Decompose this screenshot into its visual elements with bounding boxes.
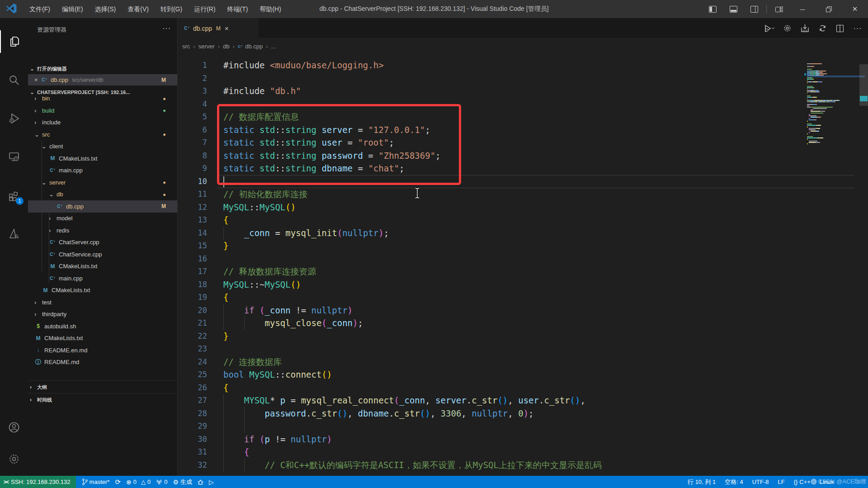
toggle-sidebar-icon[interactable]	[702, 0, 723, 18]
open-editors-section[interactable]: ⌄打开的编辑器	[28, 63, 177, 74]
tree-item-cmakelists-txt[interactable]: MCMakeLists.txt	[28, 332, 178, 344]
tree-item-model[interactable]: ›model	[28, 212, 178, 224]
close-editor-icon[interactable]: ×	[34, 76, 41, 83]
minimize-button[interactable]: ─	[789, 0, 816, 18]
timeline-section[interactable]: ›时间线	[28, 394, 177, 405]
menu-t[interactable]: 终端(T)	[222, 0, 254, 18]
outline-section[interactable]: ›大纲	[28, 382, 177, 393]
code-line[interactable]: 20 if (_conn != nullptr)	[178, 304, 868, 317]
breadcrumb-item-dbcpp[interactable]: db.cpp	[245, 43, 263, 50]
eol-indicator[interactable]: LF	[775, 479, 787, 485]
code-line[interactable]: 31 {	[178, 445, 868, 459]
tree-item-thirdparty[interactable]: ›thirdparty	[28, 308, 178, 320]
search-icon[interactable]	[0, 69, 28, 91]
run-or-debug-button[interactable]	[763, 22, 776, 35]
sync-status-icon[interactable]: ⟳	[112, 478, 123, 486]
account-icon[interactable]	[0, 416, 28, 439]
sync-changes-icon[interactable]	[816, 22, 829, 35]
menu-h[interactable]: 帮助(H)	[254, 0, 287, 18]
code-line[interactable]: 13{	[178, 213, 868, 227]
close-button[interactable]: ✕	[842, 0, 868, 18]
code-editor[interactable]: 1#include <muduo/base/Logging.h>23#inclu…	[178, 54, 868, 476]
breadcrumb[interactable]: src›server›db›C⁺db.cpp›...	[178, 38, 868, 54]
toggle-panel-icon[interactable]	[723, 0, 744, 18]
tree-item-server[interactable]: ⌄server●	[28, 176, 178, 189]
cmake-tools-icon[interactable]	[0, 223, 28, 245]
tree-item-cmakelists-txt[interactable]: MCMakeLists.txt	[28, 284, 178, 296]
git-branch-item[interactable]: master*	[80, 479, 113, 485]
code-line[interactable]: 30 if (p != nullptr)	[178, 433, 868, 446]
breadcrumb-item-[interactable]: ...	[271, 43, 276, 50]
code-line[interactable]: 24// 连接数据库	[178, 355, 868, 369]
toggle-secondary-sidebar-icon[interactable]	[744, 0, 764, 18]
code-line[interactable]: 11// 初始化数据库连接	[178, 188, 868, 201]
language-indicator[interactable]: {}C++	[791, 479, 813, 485]
breadcrumb-item-src[interactable]: src	[182, 43, 190, 50]
code-line[interactable]: 19{	[178, 291, 868, 304]
tree-item-cmakelists-txt[interactable]: MCMakeLists.txt	[28, 260, 178, 272]
code-line[interactable]: 25bool MySQL::connect()	[178, 368, 868, 381]
code-line[interactable]: 22}	[178, 330, 868, 343]
code-line[interactable]: 15}	[178, 239, 868, 252]
open-editor-item[interactable]: × C⁺ db.cpp src/server/db M	[28, 74, 178, 85]
cmake-build-button[interactable]: ⚙生成	[170, 478, 195, 486]
remote-indicator[interactable]: >< SSH: 192.168.230.132	[0, 476, 76, 488]
encoding-indicator[interactable]: UTF-8	[750, 479, 772, 485]
code-line[interactable]: 21 mysql_close(_conn);	[178, 317, 868, 330]
code-line[interactable]: 12MySQL::MySQL()	[178, 201, 868, 214]
menu-r[interactable]: 运行(R)	[188, 0, 221, 18]
code-line[interactable]: 17// 释放数据库连接资源	[178, 265, 868, 278]
menu-s[interactable]: 选择(S)	[89, 0, 122, 18]
tab-close-icon[interactable]: ×	[225, 24, 229, 32]
menu-e[interactable]: 编辑(E)	[56, 0, 89, 18]
code-line[interactable]: 18MySQL::~MySQL()	[178, 278, 868, 291]
run-settings-gear-icon[interactable]	[780, 22, 794, 35]
tree-item-build[interactable]: ›build●	[28, 104, 178, 117]
tree-item-db[interactable]: ⌄db●	[28, 188, 178, 200]
breadcrumb-item-server[interactable]: server	[198, 43, 215, 50]
run-debug-icon[interactable]	[0, 107, 28, 130]
code-line[interactable]: 32 // C和C++默认的编码字符是ASCII，如果不设置，从MySQL上拉下…	[178, 459, 868, 472]
restore-button[interactable]	[816, 0, 842, 18]
code-line[interactable]: 14 _conn = mysql_init(nullptr);	[178, 227, 868, 240]
tree-item-cmakelists-txt[interactable]: MCMakeLists.txt	[28, 152, 178, 165]
files-icon[interactable]	[0, 30, 28, 53]
extensions-icon[interactable]: 1	[0, 184, 28, 207]
tree-item-readme-en-md[interactable]: ↓README.en.md	[28, 344, 178, 356]
menu-f[interactable]: 文件(F)	[24, 0, 56, 18]
tree-item-redis[interactable]: ›redis	[28, 224, 178, 237]
code-line[interactable]: 27 MYSQL* p = mysql_real_connect(_conn, …	[178, 394, 868, 407]
menu-g[interactable]: 转到(G)	[155, 0, 188, 18]
explorer-more-actions-icon[interactable]: ···	[162, 24, 171, 33]
tree-item-chatserver-cpp[interactable]: C⁺ChatServer.cpp	[28, 236, 178, 248]
code-line[interactable]: 2	[178, 72, 868, 85]
tree-item-chatservice-cpp[interactable]: C⁺ChatService.cpp	[28, 248, 178, 261]
code-line[interactable]: 28 password.c_str(), dbname.c_str(), 330…	[178, 407, 868, 420]
tree-item-main-cpp[interactable]: C⁺main.cpp	[28, 272, 178, 284]
tree-item-client[interactable]: ⌄client	[28, 140, 178, 152]
tree-item-autobuild-sh[interactable]: $autobuild.sh	[28, 320, 178, 332]
indent-indicator[interactable]: 空格: 4	[722, 478, 745, 486]
tree-item-readme-md[interactable]: ⓘREADME.md	[28, 356, 178, 368]
run-play-button[interactable]: ▷	[206, 479, 217, 486]
code-line[interactable]: 23	[178, 342, 868, 355]
code-line[interactable]: 3#include "db.h"	[178, 85, 868, 98]
code-line[interactable]: 29	[178, 420, 868, 433]
tree-item-db-cpp[interactable]: C⁺db.cppM	[28, 200, 178, 213]
code-line[interactable]: 16	[178, 252, 868, 265]
remote-explorer-icon[interactable]	[0, 146, 28, 168]
install-download-icon[interactable]	[798, 22, 811, 35]
more-actions-icon[interactable]: ···	[851, 22, 864, 35]
split-editor-icon[interactable]	[833, 22, 847, 35]
menu-v[interactable]: 查看(V)	[122, 0, 155, 18]
tree-item-include[interactable]: ›include	[28, 116, 178, 128]
tree-item-main-cpp[interactable]: C⁺main.cpp	[28, 164, 178, 176]
line-col-indicator[interactable]: 行 10, 列 1	[685, 478, 718, 486]
tab-db-cpp[interactable]: C⁺ db.cpp M ×	[178, 18, 258, 38]
customize-layout-icon[interactable]	[769, 0, 789, 18]
ports-item[interactable]: 0	[153, 479, 170, 485]
breadcrumb-item-db[interactable]: db	[223, 43, 229, 50]
code-line[interactable]: 26{	[178, 381, 868, 394]
tree-item-src[interactable]: ⌄src●	[28, 128, 178, 141]
tree-item-test[interactable]: ›test	[28, 296, 178, 308]
